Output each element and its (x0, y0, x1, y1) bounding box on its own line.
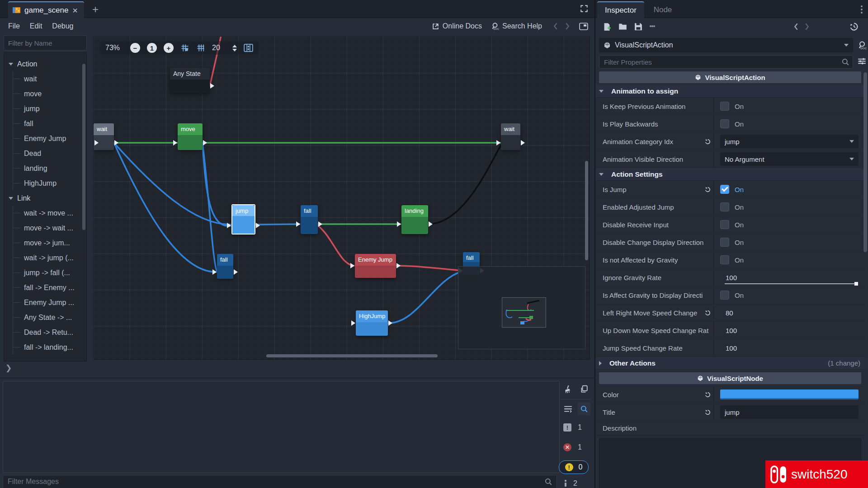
menu-file[interactable]: File (8, 22, 20, 30)
output-port[interactable] (318, 221, 322, 227)
zoom-out-button[interactable]: − (130, 43, 140, 53)
tree-item-fall[interactable]: fall (13, 116, 86, 131)
zoom-in-button[interactable]: + (164, 43, 174, 53)
graph-node-any-state[interactable]: Any State (170, 68, 210, 93)
revert-button[interactable] (702, 391, 713, 398)
graph-node-highjump[interactable]: HighJump (356, 310, 388, 336)
close-tab-icon[interactable]: × (72, 6, 78, 15)
zoom-reset-button[interactable]: 1 (147, 43, 157, 53)
tree-item-link[interactable]: wait -> jump (... (13, 250, 86, 265)
left-right-speed-field[interactable]: 80 (720, 304, 859, 321)
search-messages-button[interactable] (578, 403, 590, 415)
filter-properties-input[interactable] (599, 55, 853, 69)
revert-button[interactable] (702, 310, 713, 316)
graph-vertical-scrollbar[interactable] (585, 161, 588, 260)
class-header-visualscriptnode[interactable]: VisualScriptNode (599, 372, 861, 384)
property-tools-icon[interactable] (858, 57, 866, 66)
nav-forward-icon[interactable] (565, 23, 570, 30)
open-docs-icon[interactable]: DOC (858, 41, 867, 50)
online-docs-button[interactable]: Online Docs (432, 22, 482, 30)
graph-node-wait[interactable]: wait (94, 123, 114, 150)
color-picker-swatch[interactable] (720, 389, 859, 399)
graph-node-landing[interactable]: landing (401, 205, 428, 234)
output-port[interactable] (210, 83, 214, 89)
graph-node-move[interactable]: move (178, 123, 203, 150)
tab-menu-dots-icon[interactable] (861, 5, 863, 14)
revert-button[interactable] (702, 186, 713, 193)
output-port[interactable] (234, 269, 238, 275)
minimap-viewport[interactable] (502, 297, 546, 328)
tree-item-dead[interactable]: Dead (13, 146, 86, 161)
tree-group-link[interactable]: Link (4, 191, 86, 206)
jump-speed-field[interactable]: 100 (720, 339, 859, 357)
tree-item-link[interactable]: Dead -> Retu... (13, 325, 86, 340)
checkbox-unchecked[interactable] (720, 220, 729, 229)
section-other-actions[interactable]: Other Actions(1 change) (595, 357, 865, 370)
tree-item-enemy-jump[interactable]: Enemy Jump (13, 131, 86, 146)
ignore-gravity-rate-field[interactable]: 100 (720, 269, 859, 286)
up-down-speed-field[interactable]: 100 (720, 322, 859, 339)
expand-graph-icon[interactable] (580, 5, 588, 13)
animation-category-dropdown[interactable]: jump (720, 135, 859, 148)
input-port[interactable] (350, 263, 354, 268)
input-port[interactable] (397, 221, 401, 227)
error-count-badge[interactable]: ✕ 1 (563, 443, 582, 451)
tree-item-wait[interactable]: wait (13, 71, 86, 86)
inspector-scrollbar[interactable] (863, 72, 867, 252)
tree-item-jump[interactable]: jump (13, 101, 86, 116)
tree-item-link[interactable]: fall -> Enemy ... (13, 280, 86, 295)
input-port[interactable] (94, 140, 99, 145)
checkbox-unchecked[interactable] (720, 102, 729, 111)
object-history-icon[interactable] (849, 22, 859, 31)
clear-output-button[interactable] (561, 383, 574, 395)
node-title-input[interactable]: jump (720, 405, 859, 419)
alert-count-badge[interactable]: ! 1 (563, 423, 582, 432)
input-port[interactable] (173, 140, 177, 145)
save-resource-button[interactable] (634, 23, 642, 31)
filter-messages-input[interactable] (3, 475, 557, 488)
output-port[interactable] (388, 320, 392, 326)
tree-item-move[interactable]: move (13, 86, 86, 101)
class-header-visualscriptaction[interactable]: VisualScriptAction (599, 71, 861, 83)
checkbox-unchecked[interactable] (720, 238, 729, 247)
resource-selector[interactable]: VisualScriptAction (599, 38, 853, 52)
snap-toggle-icon[interactable] (180, 43, 189, 52)
search-help-button[interactable]: DOC Search Help (491, 22, 542, 30)
checkbox-unchecked[interactable] (720, 119, 729, 128)
input-port[interactable] (496, 140, 500, 145)
tree-item-link[interactable]: wait -> move ... (13, 206, 86, 221)
output-port[interactable] (114, 140, 118, 145)
output-port[interactable] (256, 223, 260, 228)
menu-edit[interactable]: Edit (30, 22, 42, 30)
graph-node-wait-2[interactable]: wait (501, 123, 520, 150)
tab-node[interactable]: Node (646, 1, 679, 18)
distraction-free-icon[interactable] (579, 23, 588, 30)
collapse-messages-button[interactable] (561, 403, 574, 415)
checkbox-unchecked[interactable] (720, 291, 729, 300)
graph-horizontal-scrollbar[interactable] (266, 354, 438, 357)
animation-direction-dropdown[interactable]: No Argument (720, 152, 859, 166)
tab-inspector[interactable]: Inspector (597, 1, 644, 18)
input-port[interactable] (296, 221, 300, 227)
tree-group-action[interactable]: Action (4, 56, 86, 71)
snap-step-spinner[interactable] (232, 45, 237, 52)
output-port[interactable] (521, 140, 525, 145)
tree-item-link[interactable]: fall -> landing... (13, 340, 86, 355)
section-action-settings[interactable]: Action Settings (595, 168, 865, 181)
graph-node-enemy-jump[interactable]: Enemy Jump (355, 254, 396, 278)
message-count-badge[interactable]: 2 (564, 479, 577, 488)
tree-item-landing[interactable]: landing (13, 161, 86, 176)
tree-scrollbar[interactable] (82, 64, 85, 230)
history-forward-icon[interactable] (804, 23, 810, 30)
dock-collapse-arrow[interactable]: ❯ (5, 363, 14, 372)
input-port[interactable] (351, 320, 355, 326)
tree-item-link[interactable]: Any State -> ... (13, 310, 86, 325)
checkbox-unchecked[interactable] (720, 255, 729, 264)
menu-debug[interactable]: Debug (52, 22, 73, 30)
state-machine-graph-canvas[interactable]: 73% − 1 + 20 Any State wait mov (93, 36, 590, 360)
value-slider[interactable] (725, 283, 858, 284)
filter-by-name-input[interactable] (4, 35, 87, 51)
resource-menu-dots-icon[interactable] (650, 25, 655, 28)
revert-button[interactable] (702, 138, 713, 145)
tree-item-link[interactable]: move -> wait ... (13, 221, 86, 235)
